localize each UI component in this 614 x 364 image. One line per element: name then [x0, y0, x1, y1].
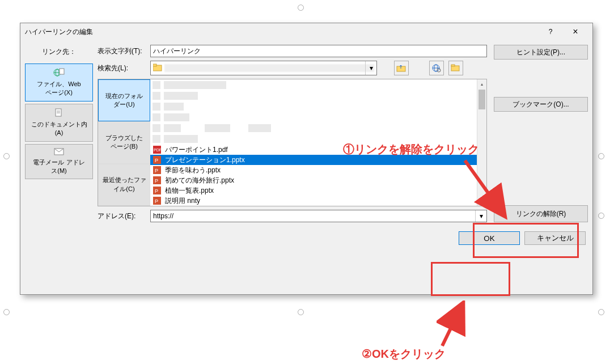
svg-text:P: P: [155, 188, 158, 194]
help-icon: ?: [549, 28, 553, 36]
browse-file-button[interactable]: [448, 61, 463, 75]
file-name: 説明用 nnty: [165, 196, 200, 206]
list-item[interactable]: P 季節を味わう.pptx: [150, 165, 486, 175]
close-button[interactable]: ×: [563, 25, 588, 39]
bookmark-button[interactable]: ブックマーク(O)...: [494, 97, 588, 112]
address-value: https://: [151, 212, 475, 220]
open-folder-icon: [451, 64, 461, 72]
scroll-thumb[interactable]: [479, 90, 485, 109]
list-item[interactable]: P プレゼンテーション1.pptx: [150, 155, 486, 165]
file-name: 初めての海外旅行.pptx: [165, 176, 234, 185]
link-to-panel: リンク先： ファイル、Web ページ(X) このドキュメント内 (A) 電子メー…: [25, 45, 93, 222]
display-text-input[interactable]: [150, 45, 487, 57]
help-button[interactable]: ?: [538, 25, 563, 39]
svg-text:P: P: [155, 168, 158, 173]
browse-tabs: 現在のフォル ダー(U) ブラウズした ページ(B) 最近使ったファ イル(C): [98, 79, 150, 206]
titlebar: ハイパーリンクの編集 ? ×: [20, 23, 592, 40]
email-icon: [54, 148, 64, 156]
svg-line-32: [442, 305, 462, 346]
up-folder-icon: [396, 64, 406, 73]
cancel-button[interactable]: キャンセル: [524, 231, 586, 245]
document-icon: [54, 108, 64, 118]
web-search-icon: [431, 64, 442, 73]
file-name: プレゼンテーション1.pptx: [165, 155, 245, 165]
list-item[interactable]: PDF パワーポイント1.pdf: [150, 145, 486, 155]
file-list[interactable]: PDF パワーポイント1.pdf P プレゼンテーション1.pptx P 季節を…: [150, 79, 486, 206]
lookin-label: 検索先(L):: [98, 64, 146, 73]
scrollbar[interactable]: ▴ ▾: [477, 79, 486, 206]
link-to-document[interactable]: このドキュメント内 (A): [25, 104, 93, 142]
pptx-icon: P: [153, 156, 162, 164]
pptx-icon: P: [153, 197, 162, 205]
display-text-label: 表示文字列(T):: [98, 46, 146, 56]
svg-text:P: P: [155, 198, 158, 204]
remove-link-button[interactable]: リンクの解除(R): [494, 205, 588, 222]
svg-rect-16: [451, 65, 455, 66]
link-to-label: リンク先：: [25, 45, 93, 61]
annotation-step2-text: ②OKをクリック: [362, 346, 446, 362]
list-item[interactable]: P 初めての海外旅行.pptx: [150, 175, 486, 185]
list-item[interactable]: P 植物一覧表.pptx: [150, 185, 486, 196]
svg-text:P: P: [155, 178, 158, 184]
chevron-down-icon: ▾: [475, 210, 486, 222]
svg-rect-9: [153, 64, 156, 66]
scroll-up-icon: ▴: [477, 79, 486, 89]
tab-current-folder[interactable]: 現在のフォル ダー(U): [98, 79, 150, 121]
lookin-combo[interactable]: ▾: [150, 61, 377, 75]
link-to-email-label: 電子メール アドレ ス(M): [33, 159, 84, 174]
dialog-title: ハイパーリンクの編集: [25, 27, 538, 37]
pptx-icon: P: [153, 176, 162, 184]
link-to-file-web[interactable]: ファイル、Web ページ(X): [25, 64, 93, 101]
up-folder-button[interactable]: [394, 61, 409, 75]
tab-browsed-pages[interactable]: ブラウズした ページ(B): [98, 121, 150, 163]
tab-recent-files[interactable]: 最近使ったファ イル(C): [98, 164, 150, 206]
globe-page-icon: [53, 67, 65, 78]
list-item[interactable]: P 説明用 nnty: [150, 196, 486, 206]
file-name: 植物一覧表.pptx: [165, 186, 214, 196]
annotation-arrow-2: [437, 300, 471, 352]
link-to-email[interactable]: 電子メール アドレ ス(M): [25, 144, 93, 180]
browse-web-button[interactable]: [429, 61, 444, 75]
right-panel: ヒント設定(P)... ブックマーク(O)... リンクの解除(R): [492, 45, 588, 222]
close-icon: ×: [573, 27, 578, 37]
pptx-icon: P: [153, 187, 162, 194]
pptx-icon: P: [153, 166, 162, 174]
pdf-icon: PDF: [153, 146, 162, 154]
svg-text:PDF: PDF: [154, 148, 161, 152]
scroll-down-icon: ▾: [477, 196, 486, 206]
link-to-file-web-label: ファイル、Web ページ(X): [37, 81, 81, 96]
hint-settings-button[interactable]: ヒント設定(P)...: [494, 45, 588, 60]
file-name: 季節を味わう.pptx: [165, 166, 221, 175]
chevron-down-icon: ▾: [365, 61, 376, 75]
edit-hyperlink-dialog: ハイパーリンクの編集 ? × リンク先： ファイル、Web ページ(X) このド…: [20, 23, 593, 295]
svg-text:P: P: [155, 158, 158, 163]
svg-rect-3: [60, 69, 64, 74]
address-label: アドレス(E):: [98, 211, 146, 221]
link-to-document-label: このドキュメント内 (A): [31, 121, 87, 136]
file-name: パワーポイント1.pdf: [165, 145, 228, 155]
ok-button[interactable]: OK: [459, 231, 520, 245]
main-panel: 表示文字列(T): 検索先(L): ▾: [98, 45, 487, 222]
folder-icon: [153, 64, 162, 73]
address-combo[interactable]: https:// ▾: [150, 210, 487, 222]
